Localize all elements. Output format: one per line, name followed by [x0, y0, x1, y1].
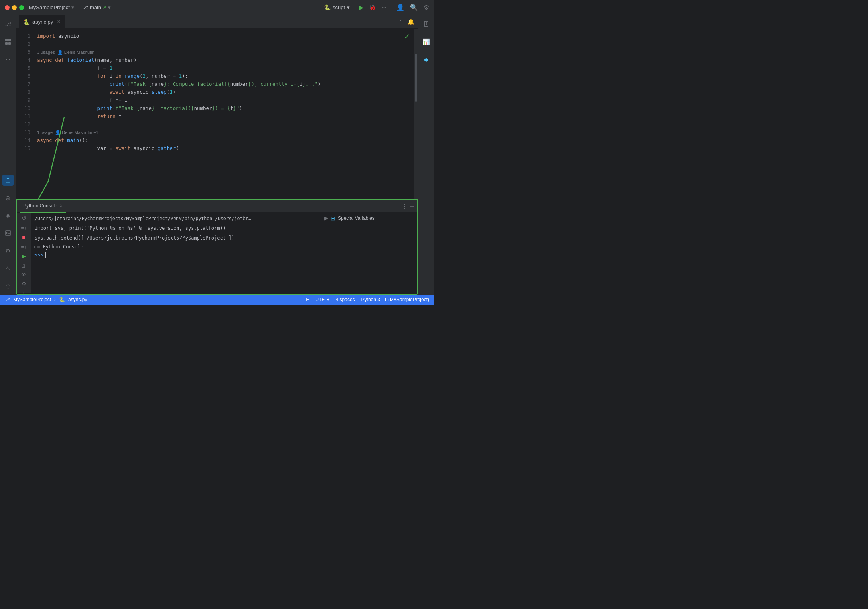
console-tab[interactable]: Python Console ✕: [20, 200, 66, 213]
tab-label: async.py: [32, 19, 53, 25]
sidebar-item-ai[interactable]: ⬡: [2, 175, 14, 186]
app-window: MySampleProject ▾ ⎇ main ↗ ▾ 🐍 script ▾ …: [0, 0, 434, 304]
debug-button[interactable]: 🐞: [369, 4, 376, 11]
console-run-icon[interactable]: ▶: [19, 253, 29, 259]
project-name-label: MySampleProject: [29, 4, 70, 10]
titlebar-icons: 👤 🔍 ⚙: [396, 4, 429, 11]
status-filename[interactable]: async.py: [68, 297, 87, 302]
console-add-icon[interactable]: +: [19, 290, 29, 295]
right-sidebar-magic-icon[interactable]: ◆: [421, 54, 432, 65]
console-import-text: import sys; print('Python %s on %s' % (s…: [34, 225, 226, 231]
usages-annotation-2: 1 usage 👤 Denis Mashutin +1: [37, 128, 99, 136]
search-icon[interactable]: 🔍: [410, 4, 418, 11]
code-line-11: return f: [37, 112, 418, 120]
tab-close-icon[interactable]: ✕: [57, 19, 61, 24]
console-path-line: /Users/jetbrains/PycharmProjects/MySampl…: [34, 215, 318, 222]
run-button[interactable]: ▶: [359, 4, 363, 11]
svg-rect-2: [5, 42, 8, 45]
run-config-button[interactable]: 🐍 script ▾: [321, 3, 353, 12]
console-toolbar: ↺ ≡↑ ■ ≡↓ ▶ 🖨 👁 ⚙ + ⏱: [17, 213, 31, 293]
minimize-button[interactable]: [12, 5, 17, 10]
left-sidebar: ⎇ ··· ⬡ ⊕ ◈ ⚙ ⚠: [0, 15, 16, 295]
project-name[interactable]: MySampleProject ▾: [29, 4, 74, 10]
scrollbar-thumb[interactable]: [415, 54, 417, 102]
console-syspath-text: sys.path.extend(['/Users/jetbrains/Pycha…: [34, 235, 235, 241]
special-vars-grid-icon: ⊞: [331, 215, 335, 221]
script-label: script: [333, 4, 345, 10]
code-line-15: var = await asyncio.gather(: [37, 144, 418, 152]
content-area: 🐍 async.py ✕ ⋮ 🔔 1 2: [16, 15, 434, 295]
tab-python-icon: 🐍: [23, 19, 30, 25]
sidebar-item-settings[interactable]: ⚙: [2, 245, 14, 256]
status-python-version[interactable]: Python 3.11 (MySampleProject): [361, 297, 429, 302]
console-prompt-line[interactable]: >>>: [34, 252, 318, 259]
console-panel-container: Python Console ✕ ⋮ ─: [16, 199, 418, 295]
sidebar-item-plugins[interactable]: ⊕: [2, 192, 14, 203]
git-icon: ⎇: [5, 297, 10, 302]
status-indent[interactable]: 4 spaces: [336, 297, 355, 302]
sidebar-item-alerts[interactable]: ⚠: [2, 263, 14, 274]
notification-icon[interactable]: 🔔: [407, 18, 415, 26]
python-icon: 🐍: [324, 4, 331, 10]
account-icon[interactable]: 👤: [396, 4, 404, 11]
sidebar-item-bookmarks[interactable]: ◈: [2, 210, 14, 221]
console-gear-icon[interactable]: ⚙: [19, 281, 29, 287]
svg-rect-3: [8, 42, 11, 45]
special-vars-label: Special Variables: [338, 215, 375, 221]
console-tab-close-icon[interactable]: ✕: [59, 203, 63, 208]
status-bar: ⎇ MySampleProject › 🐍 async.py LF UTF-8 …: [0, 295, 434, 304]
status-encoding[interactable]: UTF-8: [316, 297, 329, 302]
special-vars-panel: ▶ ⊞ Special Variables: [321, 213, 417, 293]
console-minimize-icon[interactable]: ─: [410, 203, 414, 209]
tab-async-py[interactable]: 🐍 async.py ✕: [19, 15, 65, 29]
editor-check-icon: ✓: [404, 32, 410, 41]
code-editor: 1 2 3 4 5 6 7 8 9 10 11 12 13: [16, 29, 418, 199]
branch-arrow-icon: ↗: [103, 5, 106, 10]
console-print-icon[interactable]: 🖨: [19, 262, 29, 268]
sidebar-item-vcs[interactable]: ◌: [2, 280, 14, 292]
main-layout: ⎇ ··· ⬡ ⊕ ◈ ⚙ ⚠: [0, 15, 434, 295]
console-scroll-down-icon[interactable]: ≡↓: [19, 244, 29, 250]
console-tab-bar: Python Console ✕ ⋮ ─: [17, 200, 417, 213]
titlebar-right: 🐍 script ▾ ▶ 🐞 ⋯: [321, 3, 387, 12]
code-line-1: import asyncio: [37, 32, 418, 40]
maximize-button[interactable]: [19, 5, 24, 10]
status-line-ending[interactable]: LF: [304, 297, 309, 302]
console-scroll-top-icon[interactable]: ≡↑: [19, 225, 29, 231]
settings-icon[interactable]: ⚙: [424, 4, 429, 11]
svg-rect-1: [8, 39, 11, 41]
traffic-lights: [5, 5, 24, 10]
special-vars-header[interactable]: ▶ ⊞ Special Variables: [324, 215, 414, 221]
line-numbers: 1 2 3 4 5 6 7 8 9 10 11 12 13: [16, 29, 34, 199]
branch-info[interactable]: ⎇ main ↗ ▾: [82, 4, 111, 10]
console-cursor: [45, 252, 46, 258]
console-more-icon[interactable]: ⋮: [402, 203, 407, 209]
console-import-line: import sys; print('Python %s on %s' % (s…: [34, 225, 318, 232]
svg-rect-0: [5, 39, 8, 41]
scrollbar-track[interactable]: [414, 29, 418, 199]
console-syspath-line: sys.path.extend(['/Users/jetbrains/Pycha…: [34, 234, 318, 242]
script-chevron-icon: ▾: [347, 4, 350, 10]
code-content[interactable]: import asyncio 3 usages 👤 Denis Mashutin…: [34, 29, 418, 199]
console-title-text: Python Console: [43, 244, 83, 250]
close-button[interactable]: [5, 5, 10, 10]
more-options-icon[interactable]: ⋯: [381, 4, 387, 10]
console-restart-icon[interactable]: ↺: [19, 215, 29, 221]
tab-actions: ⋮ 🔔: [398, 18, 415, 26]
status-bar-right: LF UTF-8 4 spaces Python 3.11 (MySampleP…: [304, 297, 429, 302]
sidebar-item-terminal[interactable]: [2, 227, 14, 239]
console-eye-icon[interactable]: 👁: [19, 272, 29, 278]
console-panel: Python Console ✕ ⋮ ─: [16, 199, 418, 295]
sidebar-item-structure[interactable]: [2, 36, 14, 47]
sidebar-item-more[interactable]: ···: [2, 54, 14, 65]
right-sidebar-database-icon[interactable]: 🗄: [421, 18, 432, 30]
sidebar-item-git[interactable]: ⎇: [2, 18, 14, 30]
usages-annotation-1: 3 usages 👤 Denis Mashutin: [37, 48, 95, 56]
right-sidebar-chart-icon[interactable]: 📊: [421, 36, 432, 47]
console-stop-icon[interactable]: ■: [19, 234, 29, 240]
console-output[interactable]: /Users/jetbrains/PycharmProjects/MySampl…: [31, 213, 321, 293]
console-tab-label: Python Console: [23, 203, 57, 209]
tab-more-icon[interactable]: ⋮: [398, 19, 403, 25]
branch-chevron-icon: ▾: [108, 4, 111, 10]
status-project[interactable]: MySampleProject: [13, 297, 51, 302]
